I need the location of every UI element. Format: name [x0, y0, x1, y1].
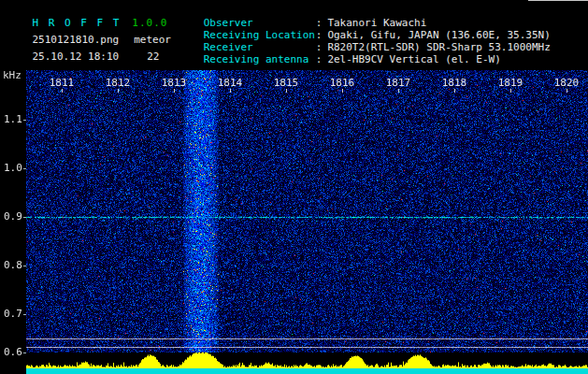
info-label: Receiving antenna — [204, 53, 316, 65]
info-label: Observer — [204, 17, 316, 29]
info-separator: : — [316, 29, 323, 41]
top-right-line — [528, 0, 588, 1]
y-axis-label: 1.0 — [4, 162, 22, 174]
hrofft-screenshot: H R O F F T1.0.0 2510121810.pngmeteor 25… — [0, 0, 588, 374]
info-value: Takanori Kawachi — [327, 17, 426, 29]
info-value: 2el-HB9CV Vertical (el. E-W) — [327, 53, 500, 65]
info-separator: : — [316, 41, 323, 53]
y-axis-label: 0.6 — [4, 346, 22, 358]
y-axis-label: 1.1 — [4, 113, 22, 125]
y-axis-label: 0.9 — [4, 210, 22, 223]
datetime-label: 25.10.12 18:10 — [33, 50, 120, 63]
info-value: R820T2(RTL-SDR) SDR-Sharp 53.1000MHz — [327, 41, 550, 53]
y-axis-label: 0.8 — [4, 259, 22, 271]
info-separator: : — [316, 17, 323, 29]
info-label: Receiving Location — [204, 29, 316, 41]
info-row-observer: Observer:Takanori Kawachi — [166, 5, 551, 17]
echo-count: 22 — [147, 50, 159, 63]
info-value: Ogaki, Gifu, JAPAN (136.60E, 35.35N) — [327, 29, 550, 41]
y-axis-label: 0.7 — [4, 308, 22, 320]
info-separator: : — [316, 53, 323, 65]
spectrogram-canvas — [26, 70, 588, 374]
info-label: Receiver — [204, 41, 316, 53]
station-info-panel: Observer:Takanori Kawachi Receiving Loca… — [166, 5, 551, 53]
